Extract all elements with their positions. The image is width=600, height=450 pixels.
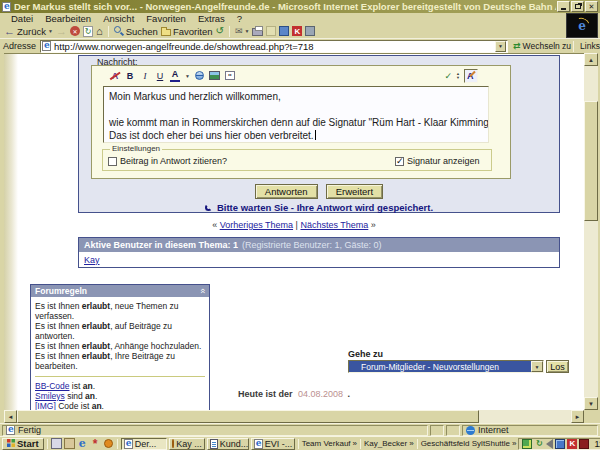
scroll-down-button[interactable]: ▼ xyxy=(584,397,598,410)
toolbar-extra-icon[interactable] xyxy=(305,26,315,36)
edit-button[interactable] xyxy=(266,26,276,36)
network-status-icon[interactable] xyxy=(522,439,532,449)
kaspersky-tray-icon[interactable]: K xyxy=(567,439,577,449)
scrollbar-corner xyxy=(584,410,598,423)
task-button-ie-thread[interactable]: Der... xyxy=(121,438,167,450)
taskbar-separator xyxy=(417,439,418,449)
vertical-scroll-thumb[interactable] xyxy=(584,101,598,221)
scroll-up-button[interactable]: ▲ xyxy=(584,53,598,66)
display-settings-icon[interactable] xyxy=(555,439,565,449)
mail-button[interactable]: ✉ ▼ xyxy=(235,26,250,36)
restore-button[interactable] xyxy=(571,1,584,12)
editor-resize-stepper[interactable]: ▲ ▼ xyxy=(456,72,460,80)
signature-checkbox[interactable] xyxy=(395,157,404,166)
print-button[interactable] xyxy=(252,28,263,36)
bold-button[interactable]: B xyxy=(125,69,135,82)
messenger-button[interactable] xyxy=(279,26,289,36)
volume-icon[interactable] xyxy=(546,439,553,449)
remove-format-button[interactable]: A xyxy=(110,69,120,82)
spellcheck-icon[interactable]: ✓ xyxy=(444,71,452,81)
goto-forum-select[interactable]: Forum-Mitglieder - Neuvorstellungen ▼ xyxy=(348,360,544,373)
media-tray-icon[interactable] xyxy=(579,439,589,449)
kaspersky-toolbar-icon[interactable]: K xyxy=(292,26,302,36)
menu-hilfe[interactable]: ? xyxy=(231,13,248,24)
menu-extras[interactable]: Extras xyxy=(192,13,231,24)
advanced-button[interactable]: Erweitert xyxy=(326,184,383,199)
horizontal-scroll-thumb[interactable] xyxy=(17,410,479,423)
scroll-left-button[interactable]: ◄ xyxy=(4,410,17,423)
history-button[interactable]: ↺ xyxy=(216,26,224,36)
quick-launch-ie-icon[interactable]: e xyxy=(77,438,88,449)
font-color-dropdown-icon[interactable]: ▼ xyxy=(185,73,190,79)
code-line: [IMG] Code ist an. xyxy=(35,401,205,410)
quote-checkbox[interactable] xyxy=(108,157,117,166)
quick-launch-document-icon[interactable] xyxy=(64,438,75,449)
insert-link-icon[interactable] xyxy=(195,71,204,80)
refresh-button[interactable]: ↻ xyxy=(83,26,93,37)
collapse-icon[interactable]: « xyxy=(198,288,206,293)
img-code-link[interactable]: [IMG] xyxy=(35,401,56,410)
mail-dropdown-icon[interactable]: ▼ xyxy=(244,28,249,34)
favorites-button[interactable]: Favoriten xyxy=(161,26,213,37)
date-suffix: . xyxy=(348,389,351,399)
menu-bearbeiten[interactable]: Bearbeiten xyxy=(39,13,97,24)
task-button-evi[interactable]: EVI -... xyxy=(251,438,295,450)
thread-nav-separator: | xyxy=(296,220,298,230)
stop-button[interactable]: ✕ xyxy=(70,26,80,36)
close-button[interactable]: ✕ xyxy=(585,1,598,12)
task-button-kay[interactable]: Kay ... xyxy=(169,438,205,450)
band-chevron-icon[interactable]: » xyxy=(409,439,413,448)
quick-launch-orange-icon[interactable] xyxy=(103,438,114,449)
address-input[interactable]: http://www.norwegen-angelfreunde.de/show… xyxy=(40,40,508,53)
address-dropdown-button[interactable]: ▼ xyxy=(495,41,506,52)
search-icon xyxy=(114,26,124,36)
horizontal-scrollbar[interactable]: ◄ ► xyxy=(4,410,584,423)
reply-button[interactable]: Antworten xyxy=(255,184,318,199)
insert-quote-icon[interactable] xyxy=(225,71,235,80)
menu-datei[interactable]: Datei xyxy=(5,13,39,24)
scroll-right-button[interactable]: ► xyxy=(571,410,584,423)
menu-ansicht[interactable]: Ansicht xyxy=(97,13,140,24)
back-dropdown-icon[interactable]: ▼ xyxy=(48,28,53,34)
minimize-icon xyxy=(561,8,566,10)
goto-dropdown-icon[interactable]: ▼ xyxy=(531,361,543,372)
links-menu[interactable]: Links » xyxy=(580,41,600,51)
toolbar-band-kay-becker[interactable]: Kay_Becker » xyxy=(364,439,414,448)
user-link-kay[interactable]: Kay xyxy=(84,255,100,265)
band-chevron-icon[interactable]: » xyxy=(512,439,516,448)
italic-button[interactable]: I xyxy=(140,69,150,82)
home-button[interactable]: ⌂ xyxy=(96,26,103,37)
taskbar-separator xyxy=(298,439,299,449)
font-color-button[interactable]: A xyxy=(170,69,180,82)
message-textarea[interactable]: Moin Markus und herzlich willkommen, wie… xyxy=(103,86,489,143)
address-url[interactable]: http://www.norwegen-angelfreunde.de/show… xyxy=(54,41,495,52)
quick-launch-star-icon[interactable]: * xyxy=(90,438,101,449)
signature-option[interactable]: Signatur anzeigen xyxy=(395,156,480,166)
previous-thread-link[interactable]: Vorheriges Thema xyxy=(220,220,293,230)
menu-favoriten[interactable]: Favoriten xyxy=(140,13,192,24)
taskbar-clock[interactable]: 11:29 xyxy=(594,439,600,449)
quote-option[interactable]: Beitrag in Antwort zitieren? xyxy=(108,156,227,166)
editor-mode-toggle[interactable]: A xyxy=(464,69,478,83)
band-chevron-icon[interactable]: » xyxy=(353,439,357,448)
insert-image-icon[interactable] xyxy=(209,71,220,80)
rule-line: Es ist Ihnen erlaubt, Ihre Beiträge zu b… xyxy=(35,351,205,371)
underline-button[interactable]: U xyxy=(155,69,165,82)
task-label: EVI -... xyxy=(265,439,293,449)
sync-icon[interactable]: ↻ xyxy=(534,439,544,449)
go-button[interactable]: Wechseln zu xyxy=(523,41,572,51)
start-button[interactable]: Start xyxy=(2,438,44,450)
forward-button[interactable]: → xyxy=(56,26,67,36)
toolbar-band-team-verkauf[interactable]: Team Verkauf » xyxy=(302,439,357,448)
back-button[interactable]: ← Zurück ▼ xyxy=(4,26,53,37)
goto-go-button[interactable]: Los xyxy=(546,360,569,373)
task-button-kunden[interactable]: Kund... xyxy=(207,438,249,450)
band-label: Team Verkauf xyxy=(302,439,351,448)
toolbar-band-syltshuttle[interactable]: Geschäftsfeld SyltShuttle » xyxy=(421,439,517,448)
minimize-button[interactable] xyxy=(557,1,570,12)
search-button[interactable]: Suchen xyxy=(114,26,158,37)
status-spacer-panel xyxy=(430,425,444,436)
vertical-scrollbar[interactable]: ▲ ▼ xyxy=(584,53,598,410)
next-thread-link[interactable]: Nächstes Thema xyxy=(300,220,368,230)
quick-launch-show-desktop-icon[interactable] xyxy=(51,438,62,449)
